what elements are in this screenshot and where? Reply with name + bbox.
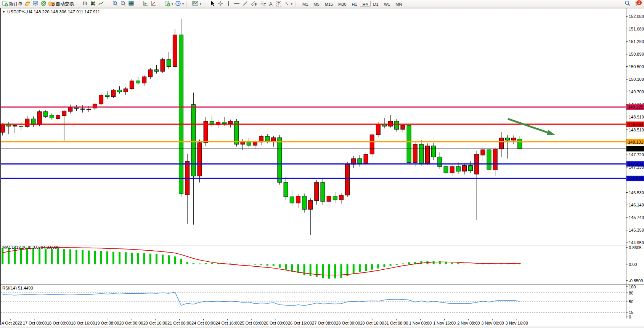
price-tick-label: 150.500 bbox=[629, 64, 644, 69]
zoom-out-button[interactable] bbox=[119, 0, 127, 7]
timeframe-button-H1[interactable]: H1 bbox=[349, 1, 360, 7]
notifications-button[interactable]: 1 bbox=[634, 0, 641, 7]
macd-histogram-bar bbox=[137, 253, 139, 264]
candle-up bbox=[142, 77, 146, 83]
timeframe-button-M15[interactable]: M15 bbox=[322, 1, 336, 7]
chart-dropdown-icon[interactable]: ▼ bbox=[2, 10, 5, 14]
time-label: 28 Oct 16:00 bbox=[360, 321, 384, 325]
macd-histogram-bar bbox=[180, 259, 182, 264]
macd-histogram-bar bbox=[273, 264, 275, 266]
templates-button[interactable]: ▾ bbox=[191, 0, 202, 7]
timeframe-group: M1M5M15M30H1H4D1W1MN bbox=[300, 1, 405, 7]
macd-histogram-bar bbox=[291, 264, 293, 272]
indicators-button[interactable]: ▾ bbox=[164, 0, 174, 7]
timeframe-button-M5[interactable]: M5 bbox=[311, 1, 322, 7]
macd-histogram-bar bbox=[248, 264, 250, 264]
timeframe-button-MN[interactable]: MN bbox=[393, 1, 405, 7]
macd-histogram-bar bbox=[125, 252, 127, 264]
bar-chart-icon bbox=[82, 0, 88, 8]
notification-badge: 1 bbox=[636, 0, 642, 5]
fibonacci-icon: F bbox=[259, 0, 266, 8]
rsi-axis-label: 80 bbox=[629, 291, 633, 295]
text-label-tool-button[interactable]: T bbox=[275, 0, 283, 7]
candle-down bbox=[290, 197, 294, 203]
charts-button[interactable] bbox=[32, 0, 39, 7]
rsi-axis-label: 15 bbox=[629, 310, 633, 315]
candle-down bbox=[265, 136, 270, 141]
toolbar-separator bbox=[186, 1, 190, 7]
macd-histogram-bar bbox=[402, 264, 404, 264]
timeframe-button-D1[interactable]: D1 bbox=[371, 1, 381, 7]
candle-up bbox=[25, 119, 29, 126]
candlestick-mode-button[interactable] bbox=[89, 0, 97, 7]
candle-down bbox=[333, 196, 337, 200]
macd-histogram-bar bbox=[51, 249, 53, 264]
zoom-in-button[interactable] bbox=[111, 0, 119, 7]
candle-up bbox=[111, 90, 116, 97]
arrows-tool-button[interactable]: ▾ bbox=[283, 0, 293, 7]
candle-up bbox=[198, 143, 202, 176]
time-label: 24 Oct 00:00 bbox=[191, 321, 215, 325]
new-order-button[interactable]: 新订单 bbox=[1, 0, 23, 7]
price-flag-label: 147.433 bbox=[628, 162, 643, 166]
macd-histogram-bar bbox=[75, 250, 77, 264]
macd-histogram-bar bbox=[488, 264, 490, 264]
time-label: 24 Oct 16:00 bbox=[215, 321, 239, 325]
crosshair-tool-button[interactable] bbox=[217, 0, 224, 7]
bar-chart-mode-button[interactable] bbox=[81, 0, 89, 7]
rsi-axis-label: 100 bbox=[629, 285, 636, 289]
text-tool-button[interactable]: A bbox=[267, 0, 275, 7]
macd-histogram-bar bbox=[205, 263, 207, 264]
time-label: 31 Oct 08:00 bbox=[384, 321, 408, 325]
chart-window[interactable]: 152.080151.680151.290150.890150.500150.1… bbox=[0, 8, 644, 328]
candle-up bbox=[364, 154, 368, 163]
time-label: 26 Oct 16:00 bbox=[288, 321, 312, 325]
candle-up bbox=[62, 111, 66, 116]
search-button[interactable] bbox=[623, 0, 631, 7]
timeframe-button-M1[interactable]: M1 bbox=[300, 1, 311, 7]
tile-windows-button[interactable] bbox=[127, 0, 135, 7]
cursor-tool-button[interactable] bbox=[209, 0, 216, 7]
rsi-axis-label: 0 bbox=[629, 315, 631, 319]
macd-histogram-bar bbox=[57, 249, 59, 264]
candle-down bbox=[154, 70, 159, 71]
candle-up bbox=[426, 146, 430, 163]
crosshair-icon bbox=[217, 0, 223, 8]
timeframe-button-M30[interactable]: M30 bbox=[336, 1, 349, 7]
auto-trading-button[interactable]: 自动交易 bbox=[48, 0, 75, 7]
price-flag-label: 146.976 bbox=[628, 176, 643, 181]
macd-histogram-bar bbox=[396, 264, 398, 265]
market-watch-button[interactable] bbox=[24, 0, 31, 7]
rsi-line bbox=[3, 292, 520, 306]
signal-button[interactable] bbox=[40, 0, 47, 7]
line-chart-mode-button[interactable] bbox=[97, 0, 105, 7]
candle-down bbox=[444, 166, 448, 173]
horizontal-line-tool-button[interactable] bbox=[233, 0, 241, 7]
chart-canvas[interactable]: 152.080151.680151.290150.890150.500150.1… bbox=[0, 8, 644, 328]
periods-button[interactable]: ▾ bbox=[174, 0, 185, 7]
trend-arrow-head[interactable] bbox=[547, 130, 556, 135]
channel-tool-button[interactable]: E bbox=[249, 0, 258, 7]
fibonacci-tool-button[interactable]: F bbox=[258, 0, 267, 7]
trendline-tool-button[interactable] bbox=[241, 0, 249, 7]
candle-down bbox=[80, 109, 85, 110]
timeframe-button-H4[interactable]: H4 bbox=[360, 1, 371, 7]
candle-down bbox=[518, 139, 522, 149]
candle-down bbox=[278, 138, 282, 182]
chart-title-text: USDJPY-,H4 148.220 148.306 147.911 147.9… bbox=[7, 10, 100, 14]
candle-up bbox=[87, 109, 91, 110]
dropdown-arrow-icon: ▾ bbox=[200, 2, 201, 6]
timeframe-button-W1[interactable]: W1 bbox=[381, 1, 393, 7]
candle-up bbox=[376, 124, 380, 135]
time-label: 17 Oct 08:00 bbox=[23, 321, 47, 325]
data-window-button[interactable] bbox=[149, 0, 157, 7]
toolbar-separator bbox=[137, 1, 140, 7]
trend-arrow-line[interactable] bbox=[508, 119, 549, 133]
macd-histogram-bar bbox=[433, 261, 435, 264]
macd-label: MACD(12,26,9) 0.0794 0.0008 bbox=[2, 245, 59, 250]
strategy-tester-button[interactable] bbox=[141, 0, 149, 7]
candle-down bbox=[487, 150, 491, 170]
candle-down bbox=[222, 122, 226, 124]
new-order-label: 新订单 bbox=[9, 1, 22, 7]
vertical-line-tool-button[interactable] bbox=[225, 0, 232, 7]
